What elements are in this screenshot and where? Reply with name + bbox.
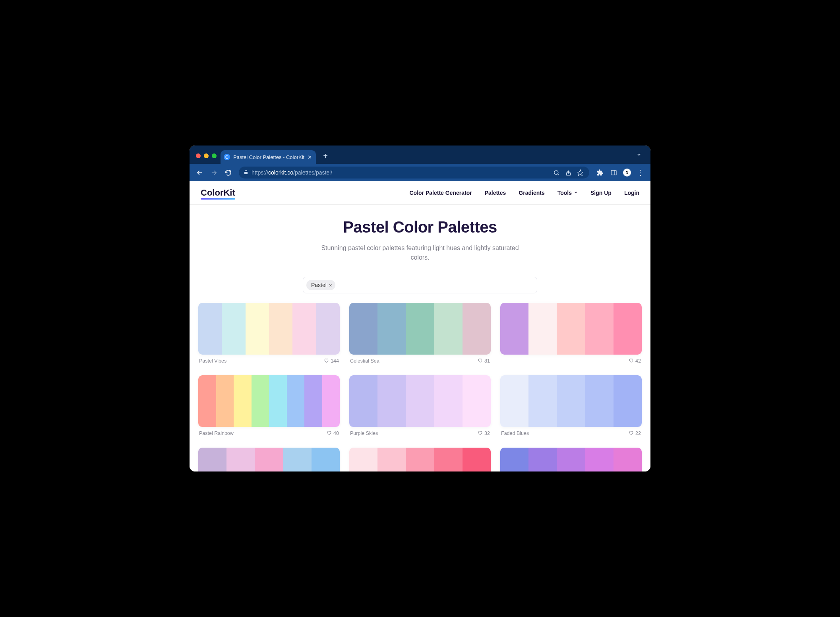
- share-icon[interactable]: [564, 168, 573, 177]
- swatch: [463, 448, 491, 471]
- nav-gradients[interactable]: Gradients: [519, 190, 544, 196]
- sidepanel-icon[interactable]: [608, 167, 619, 179]
- swatch: [349, 375, 377, 427]
- minimize-window-button[interactable]: [204, 153, 209, 158]
- heart-icon: [629, 358, 634, 364]
- palette-card[interactable]: Pastel Rainbow40: [198, 375, 340, 437]
- nav-tools-label: Tools: [557, 190, 572, 196]
- reload-button[interactable]: [222, 167, 234, 179]
- swatch: [269, 303, 292, 355]
- like-button[interactable]: 42: [629, 358, 641, 364]
- palette-meta: Purple Skies32: [349, 430, 491, 437]
- filter-chip-label: Pastel: [311, 282, 327, 288]
- svg-line-3: [557, 174, 559, 175]
- swatch: [255, 448, 283, 471]
- site-header: ColorKit Color Palette Generator Palette…: [190, 181, 650, 205]
- window-controls: [194, 153, 221, 164]
- swatch: [198, 303, 222, 355]
- palette-card[interactable]: [198, 448, 340, 471]
- swatch: [377, 375, 406, 427]
- palette-name: Pastel Rainbow: [199, 431, 234, 436]
- swatch: [557, 303, 585, 355]
- star-icon[interactable]: [576, 168, 585, 177]
- swatch: [316, 303, 340, 355]
- search-icon[interactable]: [552, 168, 561, 177]
- palette-card[interactable]: Pastel Vibes144: [198, 303, 340, 364]
- swatch: [198, 375, 216, 427]
- nav-palettes[interactable]: Palettes: [485, 190, 506, 196]
- swatch: [585, 375, 614, 427]
- page-title: Pastel Color Palettes: [197, 218, 643, 236]
- heart-icon: [327, 430, 332, 437]
- swatch: [500, 448, 528, 471]
- site-logo[interactable]: ColorKit: [201, 188, 235, 198]
- close-tab-button[interactable]: ✕: [308, 154, 312, 160]
- like-button[interactable]: 40: [327, 430, 339, 437]
- tabs-dropdown-button[interactable]: [636, 152, 646, 164]
- palette-swatches: [349, 375, 491, 427]
- browser-window: C Pastel Color Palettes - ColorKit ✕ + h…: [190, 146, 650, 471]
- forward-button[interactable]: [208, 167, 220, 179]
- swatch: [377, 303, 406, 355]
- palette-name: Purple Skies: [350, 431, 378, 436]
- swatch: [287, 375, 305, 427]
- swatch: [434, 448, 463, 471]
- swatch: [252, 375, 269, 427]
- palette-card[interactable]: [349, 448, 491, 471]
- like-button[interactable]: 81: [478, 358, 490, 364]
- menu-button[interactable]: ⋮: [635, 167, 646, 179]
- svg-point-2: [554, 170, 558, 174]
- hero: Pastel Color Palettes Stunning pastel co…: [190, 205, 650, 273]
- swatch: [312, 448, 340, 471]
- swatch: [269, 375, 287, 427]
- swatch: [528, 448, 557, 471]
- swatch: [500, 375, 528, 427]
- palette-meta: Pastel Vibes144: [198, 358, 340, 364]
- nav-tools[interactable]: Tools: [557, 190, 578, 196]
- browser-tab[interactable]: C Pastel Color Palettes - ColorKit ✕: [221, 150, 316, 164]
- nav-signup[interactable]: Sign Up: [590, 190, 612, 196]
- like-button[interactable]: 22: [629, 430, 641, 437]
- swatch: [463, 303, 491, 355]
- swatch: [500, 303, 528, 355]
- swatch: [528, 303, 557, 355]
- nav-login[interactable]: Login: [624, 190, 639, 196]
- new-tab-button[interactable]: +: [316, 152, 333, 164]
- palette-card[interactable]: [500, 448, 642, 471]
- filter-chip: Pastel ×: [306, 280, 335, 290]
- palette-card[interactable]: Faded Blues22: [500, 375, 642, 437]
- palette-swatches: [198, 375, 340, 427]
- back-button[interactable]: [194, 167, 205, 179]
- swatch: [322, 375, 340, 427]
- url-text: https://colorkit.co/palettes/pastel/: [252, 169, 549, 176]
- like-button[interactable]: 144: [324, 358, 339, 364]
- extensions-icon[interactable]: [594, 167, 606, 179]
- swatch: [434, 375, 463, 427]
- palette-card[interactable]: 42: [500, 303, 642, 364]
- swatch: [198, 448, 226, 471]
- svg-rect-7: [611, 170, 616, 175]
- browser-toolbar: https://colorkit.co/palettes/pastel/ X: [190, 164, 650, 181]
- tab-title: Pastel Color Palettes - ColorKit: [233, 154, 304, 160]
- viewport[interactable]: ColorKit Color Palette Generator Palette…: [190, 181, 650, 471]
- palette-swatches: [349, 448, 491, 471]
- swatch: [614, 375, 642, 427]
- filter-input[interactable]: Pastel ×: [303, 277, 537, 293]
- palette-card[interactable]: Celestial Sea81: [349, 303, 491, 364]
- swatch: [528, 375, 557, 427]
- like-button[interactable]: 32: [478, 430, 490, 437]
- profile-avatar[interactable]: X: [621, 167, 633, 179]
- swatch: [246, 303, 269, 355]
- svg-marker-6: [577, 170, 583, 175]
- address-bar[interactable]: https://colorkit.co/palettes/pastel/: [239, 167, 589, 179]
- like-count: 40: [333, 431, 339, 436]
- swatch: [434, 303, 463, 355]
- chevron-down-icon: [574, 190, 578, 195]
- palette-card[interactable]: Purple Skies32: [349, 375, 491, 437]
- chip-remove-button[interactable]: ×: [329, 282, 332, 288]
- palette-swatches: [198, 303, 340, 355]
- nav-generator[interactable]: Color Palette Generator: [409, 190, 472, 196]
- tab-strip: C Pastel Color Palettes - ColorKit ✕ +: [190, 146, 650, 164]
- maximize-window-button[interactable]: [212, 153, 217, 158]
- close-window-button[interactable]: [196, 153, 201, 158]
